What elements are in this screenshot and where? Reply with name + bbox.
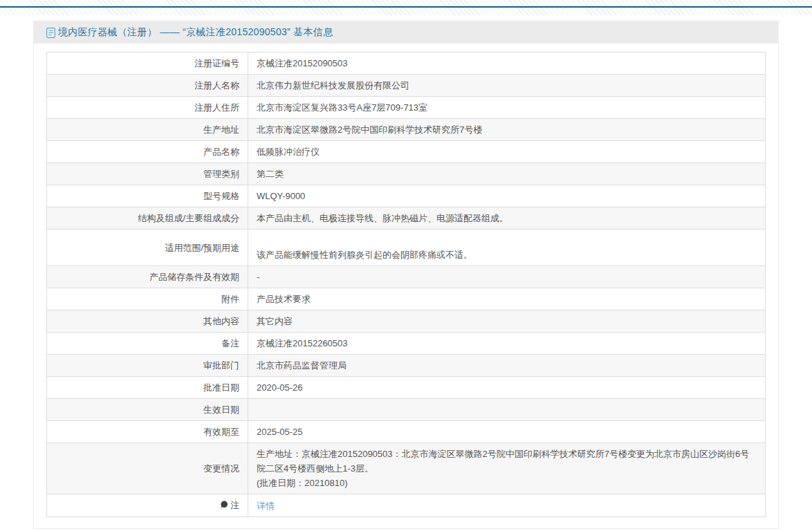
table-row: 批准日期2020-05-26 [47,377,766,399]
top-blue-rule [0,6,812,8]
table-row: 注册人住所北京市海淀区复兴路33号A座7层709-713室 [47,97,766,119]
row-label: 产品储存条件及有效期 [47,266,248,288]
row-value: 北京市药品监督管理局 [248,355,766,377]
top-hatch-decoration [0,0,812,15]
page-title: 境内医疗器械（注册） —— “京械注准20152090503” 基本信息 [58,26,333,39]
panel-header: 境内医疗器械（注册） —— “京械注准20152090503” 基本信息 [34,21,778,44]
note-icon [220,499,228,513]
table-row: 有效期至2025-05-25 [47,421,766,443]
info-table: 注册证编号京械注准20152090503注册人名称北京伟力新世纪科技发展股份有限… [46,52,766,517]
table-row: 其他内容其它内容 [47,310,766,333]
row-label: 审批部门 [47,355,248,377]
row-label: 注 [47,494,248,517]
row-value [248,399,766,421]
row-value: 该产品能缓解慢性前列腺炎引起的会阴部疼痛或不适。 [248,230,766,266]
details-link[interactable]: 详情 [257,501,275,511]
table-row: 生效日期 [47,399,766,421]
row-label: 产品名称 [47,141,248,163]
table-row: 结构及组成/主要组成成分本产品由主机、电极连接导线、脉冲热磁片、电源适配器组成。 [47,207,766,230]
row-label-text: 注 [230,500,239,510]
row-label: 注册人住所 [47,97,248,119]
table-row: 型号规格WLQY-9000 [47,185,766,207]
row-label: 附件 [47,288,248,310]
row-value: 北京市海淀区翠微路2号院中国印刷科学技术研究所7号楼 [248,119,766,141]
row-label: 其他内容 [47,310,248,333]
row-value: 生产地址：京械注准20152090503：北京市海淀区翠微路2号院中国印刷科学技… [248,443,766,494]
row-value: 北京市海淀区复兴路33号A座7层709-713室 [248,97,766,119]
panel-body: 注册证编号京械注准20152090503注册人名称北京伟力新世纪科技发展股份有限… [34,44,778,528]
row-label: 生效日期 [47,399,248,421]
row-value: 其它内容 [248,310,766,333]
row-value: 低频脉冲治疗仪 [248,141,766,163]
row-value: 京械注准20152090503 [248,53,766,75]
table-row: 产品名称低频脉冲治疗仪 [47,141,766,163]
row-value: WLQY-9000 [248,185,766,207]
row-label: 生产地址 [47,119,248,141]
row-label: 有效期至 [47,421,248,443]
table-row: 附件产品技术要求 [47,288,766,310]
row-label: 适用范围/预期用途 [47,230,248,266]
table-row: 产品储存条件及有效期- [47,266,766,288]
table-row: 变更情况生产地址：京械注准20152090503：北京市海淀区翠微路2号院中国印… [47,443,766,494]
row-label: 注册证编号 [47,53,248,75]
info-table-body: 注册证编号京械注准20152090503注册人名称北京伟力新世纪科技发展股份有限… [47,53,766,517]
table-row: 注册人名称北京伟力新世纪科技发展股份有限公司 [47,75,766,97]
table-row: 管理类别第二类 [47,163,766,185]
row-value: - [248,266,766,288]
row-value: 京械注准20152260503 [248,333,766,355]
row-label: 管理类别 [47,163,248,185]
table-row: 备注京械注准20152260503 [47,333,766,355]
row-value: 产品技术要求 [248,288,766,310]
row-label: 注册人名称 [47,75,248,97]
info-panel: 境内医疗器械（注册） —— “京械注准20152090503” 基本信息 注册证… [33,21,779,529]
document-icon [46,28,55,38]
row-label: 变更情况 [47,443,248,494]
row-label: 备注 [47,333,248,355]
row-value: 2020-05-26 [248,377,766,399]
table-row: 适用范围/预期用途 该产品能缓解慢性前列腺炎引起的会阴部疼痛或不适。 [47,230,766,266]
row-value: 第二类 [248,163,766,185]
row-label: 型号规格 [47,185,248,207]
table-row: 审批部门北京市药品监督管理局 [47,355,766,377]
table-row: 生产地址北京市海淀区翠微路2号院中国印刷科学技术研究所7号楼 [47,119,766,141]
row-value: 详情 [248,494,766,517]
table-row: 注详情 [47,494,766,517]
row-label: 结构及组成/主要组成成分 [47,207,248,230]
table-row: 注册证编号京械注准20152090503 [47,53,766,75]
row-value: 本产品由主机、电极连接导线、脉冲热磁片、电源适配器组成。 [248,207,766,230]
row-value: 北京伟力新世纪科技发展股份有限公司 [248,75,766,97]
row-value: 2025-05-25 [248,421,766,443]
row-label: 批准日期 [47,377,248,399]
